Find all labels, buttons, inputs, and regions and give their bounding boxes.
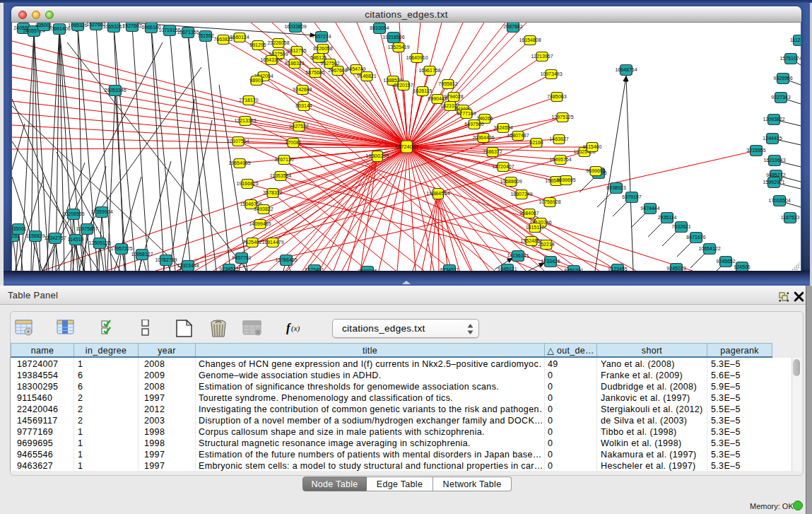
svg-text:2967608: 2967608 (328, 68, 347, 73)
svg-text:803144: 803144 (295, 103, 312, 108)
svg-text:1733426: 1733426 (541, 259, 560, 264)
svg-text:3493822: 3493822 (254, 206, 273, 211)
svg-text:6379197: 6379197 (622, 194, 641, 199)
svg-text:9912345: 9912345 (358, 269, 377, 271)
svg-text:9812755: 9812755 (287, 48, 306, 53)
svg-text:12975125: 12975125 (551, 115, 573, 119)
svg-text:8813054: 8813054 (370, 25, 389, 30)
svg-text:2087682: 2087682 (503, 24, 522, 29)
svg-text:13720407: 13720407 (492, 164, 514, 169)
svg-text:170081: 170081 (285, 140, 301, 145)
svg-text:1527602: 1527602 (122, 23, 141, 28)
svg-text:9234512: 9234512 (219, 267, 238, 271)
svg-text:8471676: 8471676 (686, 235, 705, 240)
svg-text:8454749: 8454749 (346, 66, 365, 71)
svg-text:7386372: 7386372 (483, 149, 502, 154)
svg-text:3215955: 3215955 (746, 148, 765, 153)
svg-text:1626115: 1626115 (413, 88, 433, 93)
svg-text:19384554: 19384554 (426, 190, 449, 197)
svg-text:20364436: 20364436 (472, 135, 494, 140)
svg-text:17359924: 17359924 (90, 209, 112, 214)
svg-text:19654985: 19654985 (228, 160, 250, 165)
svg-text:29053346: 29053346 (104, 88, 126, 93)
svg-text:9457791: 9457791 (232, 255, 251, 260)
svg-text:10973493: 10973493 (540, 71, 562, 76)
svg-text:8660124: 8660124 (230, 35, 249, 40)
svg-text:19166825: 19166825 (236, 181, 258, 186)
svg-text:1112841: 1112841 (790, 37, 801, 42)
svg-text:17957225: 17957225 (110, 246, 132, 251)
svg-text:9699695: 9699695 (586, 168, 605, 173)
svg-text:12213383: 12213383 (234, 118, 256, 123)
svg-text:8123401: 8123401 (305, 267, 324, 271)
svg-text:18807249: 18807249 (510, 192, 532, 197)
svg-text:9245013: 9245013 (666, 266, 686, 271)
svg-text:1167533: 1167533 (781, 215, 800, 220)
svg-text:2935114: 2935114 (658, 215, 677, 220)
svg-text:5875685: 5875685 (305, 70, 324, 75)
svg-text:18724007: 18724007 (395, 144, 418, 150)
svg-text:9699695: 9699695 (556, 177, 575, 182)
svg-text:10756928: 10756928 (539, 199, 560, 204)
svg-text:3578312: 3578312 (263, 190, 282, 195)
svg-text:8220157: 8220157 (394, 83, 413, 88)
svg-text:16640910: 16640910 (406, 55, 428, 60)
svg-text:12342757: 12342757 (44, 235, 66, 240)
svg-text:8938923: 8938923 (606, 185, 625, 190)
svg-text:7955812: 7955812 (438, 81, 457, 86)
svg-text:9474444: 9474444 (640, 206, 659, 211)
svg-text:15751074: 15751074 (779, 56, 801, 61)
svg-text:62160: 62160 (529, 140, 543, 145)
svg-text:10782759: 10782759 (155, 257, 177, 262)
svg-text:12323448: 12323448 (177, 263, 199, 268)
svg-text:(x): (x) (291, 324, 300, 333)
svg-text:3824554: 3824554 (493, 125, 512, 130)
svg-text:9794028: 9794028 (444, 94, 463, 99)
svg-text:9245652: 9245652 (716, 259, 735, 264)
svg-text:13525419: 13525419 (387, 45, 409, 49)
svg-text:9777169: 9777169 (457, 111, 476, 116)
svg-text:16914479: 16914479 (261, 240, 283, 245)
svg-text:751552: 751552 (197, 33, 213, 38)
svg-text:2718170: 2718170 (239, 98, 258, 103)
svg-text:14099485: 14099485 (249, 221, 271, 226)
svg-text:114519: 114519 (68, 237, 84, 242)
svg-text:14136141: 14136141 (507, 253, 529, 258)
svg-text:15495764: 15495764 (549, 157, 571, 162)
svg-text:1244415: 1244415 (763, 136, 782, 141)
svg-text:16033809: 16033809 (284, 24, 306, 29)
svg-text:8451231: 8451231 (564, 268, 583, 271)
svg-text:835001: 835001 (12, 226, 27, 231)
svg-text:17016504: 17016504 (768, 198, 790, 203)
svg-text:10688609: 10688609 (500, 179, 522, 184)
svg-text:9242848: 9242848 (293, 87, 312, 92)
svg-text:8186323: 8186323 (285, 61, 304, 66)
svg-text:16210643: 16210643 (763, 158, 785, 163)
svg-text:9146821: 9146821 (357, 74, 376, 78)
svg-text:12213967: 12213967 (531, 54, 553, 59)
svg-text:10807487: 10807487 (507, 133, 529, 138)
svg-text:19218506: 19218506 (382, 35, 404, 40)
svg-text:16648764: 16648764 (615, 67, 637, 72)
svg-text:252214: 252214 (538, 242, 554, 247)
svg-text:7625402: 7625402 (242, 240, 261, 245)
svg-text:16671355: 16671355 (177, 30, 199, 35)
svg-text:16961758: 16961758 (418, 68, 440, 73)
svg-text:9427532: 9427532 (289, 124, 308, 129)
svg-text:12505135: 12505135 (88, 240, 110, 245)
svg-text:7357274: 7357274 (312, 34, 331, 39)
svg-text:10654122: 10654122 (698, 246, 720, 251)
svg-text:16543362: 16543362 (260, 57, 282, 62)
svg-text:1463627: 1463627 (549, 136, 568, 141)
svg-text:10975857: 10975857 (76, 226, 98, 231)
svg-text:10653267: 10653267 (102, 24, 124, 29)
svg-text:8226058: 8226058 (313, 46, 332, 51)
svg-text:9123455: 9123455 (608, 267, 627, 271)
svg-text:9327502: 9327502 (320, 61, 339, 66)
svg-text:23226058: 23226058 (267, 40, 289, 45)
svg-text:9227343: 9227343 (771, 95, 790, 100)
svg-text:1156829: 1156829 (26, 233, 45, 238)
svg-text:9684067: 9684067 (519, 211, 539, 216)
svg-text:1815112: 1815112 (526, 225, 545, 230)
svg-text:3267130: 3267130 (274, 157, 293, 162)
